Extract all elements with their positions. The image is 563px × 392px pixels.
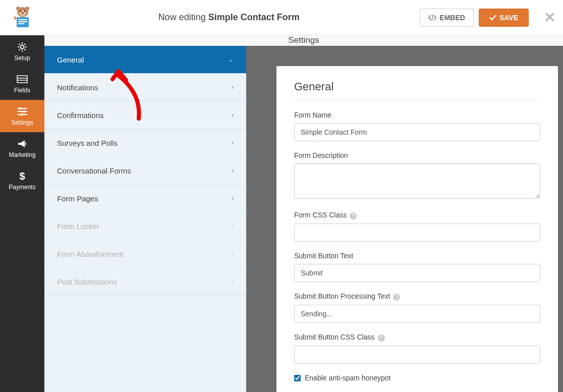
code-icon — [428, 15, 436, 21]
form-name-label: Form Name — [294, 111, 540, 119]
submit-css-label: Submit Button CSS Class? — [294, 333, 540, 342]
svg-rect-10 — [18, 23, 24, 24]
close-icon[interactable]: ✕ — [544, 9, 555, 26]
svg-point-6 — [22, 12, 24, 14]
svg-point-4 — [20, 10, 22, 12]
nav-item-fields[interactable]: Fields — [0, 68, 44, 100]
svg-point-20 — [21, 114, 23, 116]
sidebar-item-label: Surveys and Polls — [57, 139, 118, 147]
field-submit-css: Submit Button CSS Class? — [294, 333, 540, 364]
submit-processing-label: Submit Button Processing Text? — [294, 292, 540, 301]
chevron-right-icon: › — [232, 222, 234, 230]
field-form-description: Form Description — [294, 151, 540, 201]
svg-rect-8 — [18, 19, 27, 20]
settings-card: General Form Name Form Description Form … — [276, 66, 558, 392]
panel-heading: General — [294, 80, 540, 100]
svg-point-2 — [25, 7, 29, 11]
form-description-input[interactable] — [294, 163, 540, 199]
form-css-label: Form CSS Class? — [294, 211, 540, 219]
field-submit-text: Submit Button Text — [294, 252, 540, 282]
svg-rect-12 — [17, 76, 27, 83]
sidebar-item-notifications[interactable]: Notifications › — [44, 74, 246, 101]
embed-button[interactable]: EMBED — [420, 9, 474, 27]
help-icon[interactable]: ? — [393, 294, 400, 301]
sidebar-item-label: Post Submissions — [57, 277, 117, 286]
chevron-right-icon: › — [232, 278, 234, 285]
nav-item-marketing[interactable]: Marketing — [0, 132, 44, 164]
gear-icon — [17, 41, 28, 52]
save-button[interactable]: SAVE — [479, 9, 529, 27]
chevron-right-icon: › — [232, 111, 234, 119]
sidebar-item-formpages[interactable]: Form Pages › — [44, 185, 246, 212]
svg-point-1 — [16, 7, 20, 11]
nav-label: Setup — [14, 54, 30, 62]
panels: General ⌄ Notifications › Confirmations … — [44, 46, 563, 392]
honeypot-checkbox[interactable] — [294, 375, 301, 381]
list-icon — [17, 74, 28, 85]
form-title: Simple Contact Form — [208, 12, 300, 22]
svg-point-11 — [21, 45, 24, 49]
submit-text-input[interactable] — [294, 264, 540, 282]
chevron-right-icon: › — [232, 250, 234, 257]
help-icon[interactable]: ? — [378, 334, 385, 342]
chevron-down-icon: ⌄ — [229, 56, 234, 63]
sub-sidebar: General ⌄ Notifications › Confirmations … — [44, 46, 246, 392]
svg-point-18 — [23, 110, 26, 113]
nav-label: Marketing — [9, 151, 36, 158]
app-logo — [8, 5, 38, 30]
save-label: SAVE — [499, 14, 518, 22]
chevron-right-icon: › — [232, 195, 234, 202]
dollar-icon: $ — [17, 171, 28, 182]
svg-rect-9 — [18, 21, 27, 22]
nav-item-settings[interactable]: Settings — [0, 100, 44, 132]
submit-css-input[interactable] — [294, 346, 540, 364]
bullhorn-icon — [17, 138, 28, 149]
main-wrap: Setup Fields Settings Marketing $ Paymen… — [0, 35, 563, 392]
sidebar-item-label: Confirmations — [57, 111, 104, 120]
sidebar-item-label: Conversational Forms — [57, 166, 131, 175]
settings-panel: General Form Name Form Description Form … — [246, 46, 563, 392]
field-submit-processing: Submit Button Processing Text? — [294, 292, 540, 323]
top-bar: Now editing Simple Contact Form EMBED SA… — [0, 0, 563, 35]
svg-point-16 — [19, 107, 22, 110]
svg-point-5 — [24, 10, 26, 12]
honeypot-label: Enable anti-spam honeypot — [305, 374, 390, 382]
submit-text-label: Submit Button Text — [294, 252, 540, 260]
sidebar-item-formlocker[interactable]: Form Locker › — [44, 212, 246, 240]
nav-label: Payments — [9, 184, 35, 191]
sidebar-item-label: Form Locker — [57, 222, 99, 231]
sidebar-item-conversational[interactable]: Conversational Forms › — [44, 157, 246, 185]
sidebar-item-abandonment[interactable]: Form Abandonment › — [44, 240, 246, 268]
honeypot-row: Enable anti-spam honeypot — [294, 374, 540, 382]
sidebar-item-label: Form Pages — [57, 194, 98, 203]
help-icon[interactable]: ? — [350, 212, 357, 219]
svg-text:$: $ — [19, 171, 25, 182]
form-css-input[interactable] — [294, 223, 540, 242]
section-header: Settings — [44, 35, 563, 46]
sidebar-item-postsubmissions[interactable]: Post Submissions › — [44, 268, 246, 296]
top-buttons: EMBED SAVE ✕ — [420, 9, 555, 27]
page-title: Now editing Simple Contact Form — [38, 12, 420, 23]
nav-item-setup[interactable]: Setup — [0, 35, 44, 68]
sidebar-fill — [44, 296, 246, 392]
chevron-right-icon: › — [232, 84, 234, 91]
sidebar-item-label: Form Abandonment — [57, 250, 124, 258]
chevron-right-icon: › — [232, 139, 234, 146]
nav-label: Settings — [11, 119, 33, 126]
sidebar-item-label: Notifications — [57, 83, 98, 92]
sidebar-item-label: General — [57, 55, 84, 64]
content-area: Settings General ⌄ Notifications › Confi… — [44, 35, 563, 392]
field-form-css: Form CSS Class? — [294, 211, 540, 242]
form-name-input[interactable] — [294, 123, 540, 141]
field-form-name: Form Name — [294, 111, 540, 141]
sidebar-item-general[interactable]: General ⌄ — [44, 46, 246, 74]
check-icon — [489, 15, 496, 21]
chevron-right-icon: › — [232, 167, 234, 174]
editing-prefix: Now editing — [158, 12, 208, 22]
left-nav: Setup Fields Settings Marketing $ Paymen… — [0, 35, 44, 392]
sidebar-item-surveys[interactable]: Surveys and Polls › — [44, 129, 246, 157]
sidebar-item-confirmations[interactable]: Confirmations › — [44, 101, 246, 129]
submit-processing-input[interactable] — [294, 305, 540, 323]
embed-label: EMBED — [439, 14, 465, 22]
nav-item-payments[interactable]: $ Payments — [0, 164, 44, 197]
